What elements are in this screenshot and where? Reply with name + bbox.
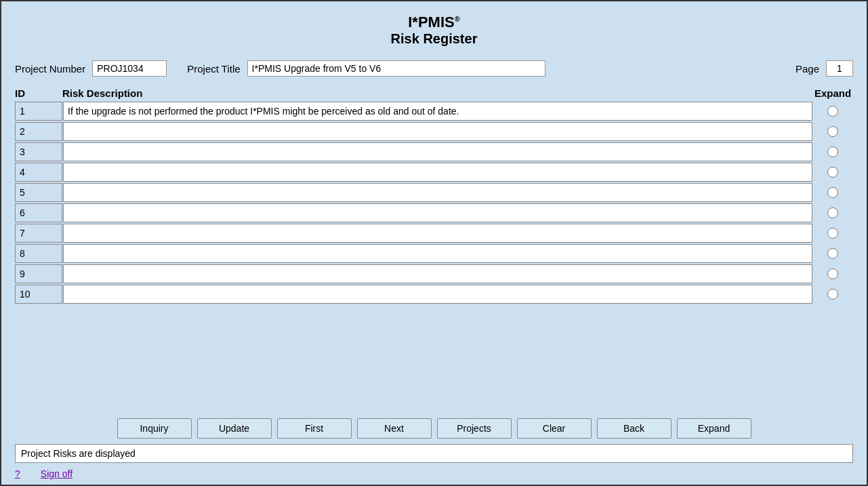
- cell-expand: [812, 167, 853, 178]
- table-row: 10: [15, 285, 853, 304]
- projects-button[interactable]: Projects: [437, 418, 512, 439]
- table-row: 4: [15, 163, 853, 182]
- cell-id: 10: [15, 285, 62, 304]
- buttons-row: Inquiry Update First Next Projects Clear…: [1, 410, 867, 444]
- table-row: 1: [15, 102, 853, 121]
- expand-radio[interactable]: [827, 289, 838, 300]
- cell-expand: [812, 289, 853, 300]
- cell-expand: [812, 146, 853, 157]
- back-button[interactable]: Back: [597, 418, 671, 439]
- cell-id: 4: [15, 163, 62, 182]
- col-id-header: ID: [15, 87, 62, 99]
- clear-button[interactable]: Clear: [517, 418, 592, 439]
- expand-radio[interactable]: [827, 187, 838, 198]
- expand-radio[interactable]: [827, 207, 838, 218]
- project-info-row: Project Number Project Title Page: [1, 54, 867, 83]
- cell-id: 7: [15, 224, 62, 243]
- status-message: Project Risks are displayed: [21, 448, 136, 459]
- cell-id: 8: [15, 244, 62, 263]
- page-input[interactable]: [826, 60, 853, 77]
- cell-expand: [812, 268, 853, 279]
- expand-radio[interactable]: [827, 167, 838, 178]
- table-row: 7: [15, 224, 853, 243]
- cell-expand: [812, 106, 853, 117]
- cell-expand: [812, 248, 853, 259]
- table-body: 12345678910: [15, 102, 853, 304]
- table-row: 8: [15, 244, 853, 263]
- table-row: 6: [15, 203, 853, 222]
- table-row: 5: [15, 183, 853, 202]
- expand-radio[interactable]: [827, 228, 838, 239]
- cell-expand: [812, 126, 853, 137]
- first-button[interactable]: First: [277, 418, 352, 439]
- expand-radio[interactable]: [827, 106, 838, 117]
- cell-desc-input[interactable]: [63, 203, 812, 222]
- cell-desc-input[interactable]: [63, 142, 812, 161]
- update-button[interactable]: Update: [197, 418, 272, 439]
- cell-id: 2: [15, 122, 62, 141]
- table-header: ID Risk Description Expand: [15, 83, 853, 102]
- signoff-link[interactable]: Sign off: [41, 468, 73, 479]
- project-number-input[interactable]: [92, 60, 167, 77]
- cell-desc-input[interactable]: [63, 183, 812, 202]
- cell-id: 6: [15, 203, 62, 222]
- help-link[interactable]: ?: [15, 468, 20, 479]
- cell-expand: [812, 228, 853, 239]
- header: I*PMIS® Risk Register: [1, 1, 867, 54]
- app-container: I*PMIS® Risk Register Project Number Pro…: [1, 1, 867, 485]
- inquiry-button[interactable]: Inquiry: [117, 418, 192, 439]
- table-row: 9: [15, 264, 853, 283]
- next-button[interactable]: Next: [357, 418, 432, 439]
- expand-radio[interactable]: [827, 126, 838, 137]
- table-row: 3: [15, 142, 853, 161]
- app-title-text: I*PMIS: [408, 14, 454, 31]
- cell-id: 3: [15, 142, 62, 161]
- cell-id: 5: [15, 183, 62, 202]
- footer: ? Sign off: [1, 466, 867, 485]
- col-expand-header: Expand: [812, 87, 853, 99]
- project-number-label: Project Number: [15, 63, 85, 75]
- col-desc-header: Risk Description: [62, 87, 812, 99]
- cell-desc-input[interactable]: [63, 102, 812, 121]
- cell-desc-input[interactable]: [63, 285, 812, 304]
- expand-radio[interactable]: [827, 248, 838, 259]
- cell-expand: [812, 207, 853, 218]
- project-title-input[interactable]: [247, 60, 545, 77]
- cell-desc-input[interactable]: [63, 163, 812, 182]
- app-subtitle: Risk Register: [1, 31, 867, 47]
- expand-button[interactable]: Expand: [677, 418, 751, 439]
- cell-expand: [812, 187, 853, 198]
- table-section: ID Risk Description Expand 12345678910: [1, 83, 867, 410]
- table-row: 2: [15, 122, 853, 141]
- cell-desc-input[interactable]: [63, 244, 812, 263]
- cell-id: 9: [15, 264, 62, 283]
- status-bar: Project Risks are displayed: [15, 444, 853, 463]
- page-label: Page: [795, 63, 819, 75]
- cell-desc-input[interactable]: [63, 264, 812, 283]
- app-title-sup: ®: [455, 15, 460, 23]
- project-title-label: Project Title: [187, 63, 240, 75]
- expand-radio[interactable]: [827, 268, 838, 279]
- cell-desc-input[interactable]: [63, 122, 812, 141]
- expand-radio[interactable]: [827, 146, 838, 157]
- cell-desc-input[interactable]: [63, 224, 812, 243]
- app-title: I*PMIS®: [1, 14, 867, 31]
- cell-id: 1: [15, 102, 62, 121]
